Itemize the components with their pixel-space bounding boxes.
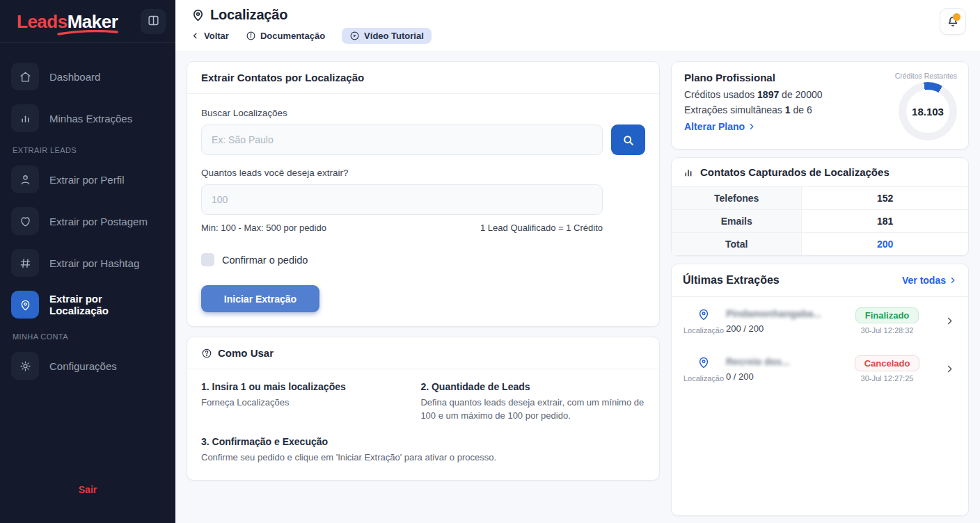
extraction-details: Pindamonhangaba... 200 / 200 [726,308,830,334]
credits-donut-chart: 18.103 [899,82,957,140]
back-label: Voltar [204,31,229,41]
notifications-button[interactable] [940,8,966,35]
columns-icon [147,14,160,29]
sidebar-item-configuracoes[interactable]: Configurações [11,352,164,380]
credits-gauge: Créditos Restantes 18.103 [885,72,957,140]
right-column: Plano Profissional Créditos usados 1897 … [671,61,969,523]
extract-form-card: Extrair Contatos por Localização Buscar … [187,61,660,327]
hashtag-icon [11,249,39,277]
view-all-label: Ver todas [902,275,946,286]
contacts-title: Contatos Capturados de Localizações [700,166,890,178]
extraction-type: Localização [681,326,726,335]
extractions-used-value: 1 [785,104,791,115]
sidebar-header: LeadsMaker [0,0,175,43]
plan-name: Plano Profissional [684,72,823,83]
status-badge: Cancelado [855,355,920,371]
sidebar-item-extrair-postagem[interactable]: Extrair por Postagem [11,207,164,235]
app-window: LeadsMaker Dashboard Minhas Extrações EX… [0,0,980,523]
extraction-progress: 200 / 200 [726,323,830,334]
sidebar-item-label: Extrair por Postagem [49,216,148,227]
logo-underline [57,30,118,35]
credits-used-suffix: de 20000 [782,89,822,100]
plan-info: Plano Profissional Créditos usados 1897 … [684,72,823,140]
sidebar-item-label: Dashboard [49,71,100,83]
location-search-input[interactable] [201,124,603,155]
how-to-card: Como Usar 1. Insira 1 ou mais localizaçõ… [187,337,660,481]
sidebar: LeadsMaker Dashboard Minhas Extrações EX… [0,0,175,523]
sidebar-section-minha-conta: MINHA CONTA [13,332,164,341]
back-button[interactable]: Voltar [191,31,229,41]
map-pin-icon [11,291,39,319]
credits-used-value: 1897 [757,89,779,100]
contacts-row-value: 181 [802,210,968,232]
step-desc: Forneça Localizações [201,396,391,410]
simultaneous-extractions-line: Extrações simultâneas 1 de 6 [684,104,823,115]
video-tutorial-button[interactable]: Vídeo Tutorial [342,28,432,44]
play-circle-icon [349,31,360,41]
sidebar-item-minhas-extracoes[interactable]: Minhas Extrações [11,104,164,132]
sidebar-item-label: Extrair por Localização [49,293,164,316]
logout-button[interactable]: Sair [0,466,175,523]
sidebar-item-extrair-hashtag[interactable]: Extrair por Hashtag [11,249,164,277]
credits-remaining-value: 18.103 [906,90,949,133]
credit-hint: 1 Lead Qualificado = 1 Crédito [480,223,603,233]
how-to-title: Como Usar [218,347,274,359]
confirm-order-checkbox-row[interactable]: Confirmar o pedido [201,253,645,266]
page-title: Localização [210,7,287,23]
extraction-timestamp: 30-Jul 12:27:25 [830,374,945,383]
bar-chart-icon [11,104,39,132]
video-tutorial-label: Vídeo Tutorial [364,31,424,41]
extract-form-title: Extrair Contatos por Localização [187,62,659,94]
extraction-name: Recreio dos... [726,356,830,367]
sidebar-toggle-button[interactable] [141,9,166,34]
left-column: Extrair Contatos por Localização Buscar … [187,61,660,523]
main-area: Localização Voltar Documentação Vídeo Tu… [175,0,980,523]
sidebar-item-extrair-localizacao[interactable]: Extrair por Localização [11,291,164,319]
start-extraction-button[interactable]: Iniciar Extração [201,285,319,312]
table-row: Total 200 [672,233,968,255]
step-title: 2. Quantidade de Leads [420,381,645,392]
quantity-label: Quantos leads você deseja extrair? [201,168,603,178]
gear-icon [11,352,39,380]
sidebar-item-extrair-perfil[interactable]: Extrair por Perfil [11,166,164,193]
sidebar-item-dashboard[interactable]: Dashboard [11,63,164,90]
chevron-right-icon [949,276,957,284]
extraction-timestamp: 30-Jul 12:28:32 [830,326,945,335]
how-to-step-1: 1. Insira 1 ou mais localizações Forneça… [201,381,391,423]
view-all-link[interactable]: Ver todas [902,275,957,286]
sidebar-nav: Dashboard Minhas Extrações EXTRAIR LEADS… [0,43,175,466]
sidebar-item-label: Extrair por Perfil [49,174,125,186]
home-icon [11,63,39,90]
extraction-row[interactable]: Localização Recreio dos... 0 / 200 Cance… [672,345,968,393]
map-pin-icon [697,307,711,321]
page-header-left: Localização Voltar Documentação Vídeo Tu… [191,7,432,44]
documentation-link[interactable]: Documentação [246,31,325,41]
table-row: Emails 181 [672,210,968,233]
contacts-row-label: Total [672,233,802,255]
documentation-label: Documentação [260,31,325,41]
extraction-type: Localização [681,374,726,383]
credits-used-prefix: Créditos usados [684,89,754,100]
recent-extractions-card: Últimas Extrações Ver todas Localização [671,264,969,516]
logo-part-1: Leads [17,11,68,32]
extraction-status: Cancelado 30-Jul 12:27:25 [830,355,945,383]
contacts-row-value: 200 [802,233,968,255]
info-icon [246,31,256,41]
chevron-left-icon [191,31,200,40]
chevron-right-icon[interactable] [945,364,960,374]
quantity-input[interactable] [201,184,603,215]
extraction-name: Pindamonhangaba... [726,308,830,319]
person-icon [11,166,39,193]
confirm-order-label: Confirmar o pedido [222,255,308,266]
change-plan-link[interactable]: Alterar Plano [684,121,823,132]
plan-card: Plano Profissional Créditos usados 1897 … [671,61,969,150]
location-title-icon [191,8,205,22]
credits-used-line: Créditos usados 1897 de 20000 [684,89,823,100]
chevron-right-icon[interactable] [945,316,960,326]
sidebar-item-label: Minhas Extrações [49,113,132,124]
bar-chart-small-icon [683,167,694,178]
recent-extractions-title: Últimas Extrações [683,274,780,287]
confirm-order-checkbox[interactable] [201,253,214,266]
extraction-row[interactable]: Localização Pindamonhangaba... 200 / 200… [672,297,968,345]
search-button[interactable] [611,124,645,155]
